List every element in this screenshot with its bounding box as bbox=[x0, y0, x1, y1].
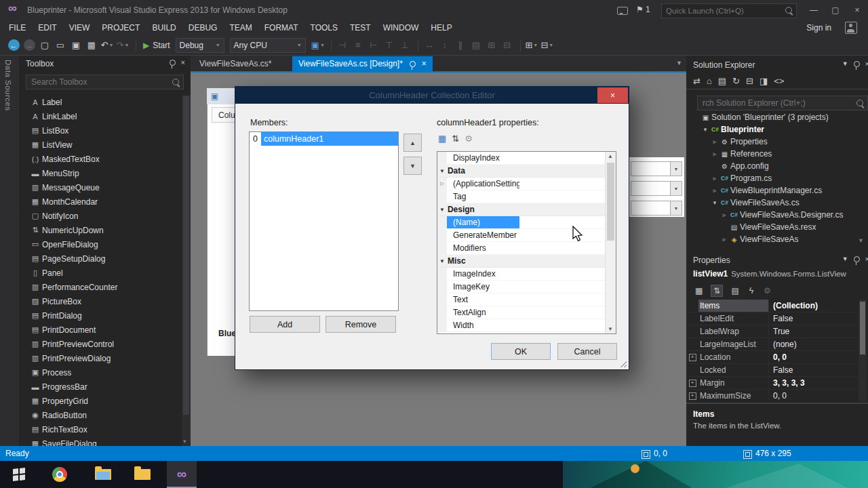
menu-item-window[interactable]: WINDOW bbox=[377, 20, 425, 35]
tree-closed-icon[interactable]: ▹ bbox=[720, 236, 728, 243]
navigate-back-icon[interactable]: ← bbox=[7, 38, 20, 53]
events-icon[interactable]: ϟ bbox=[747, 285, 755, 296]
property-value[interactable]: False bbox=[769, 312, 859, 325]
quick-launch-input[interactable] bbox=[665, 5, 781, 17]
property-row[interactable]: Text bbox=[437, 293, 606, 306]
toolbox-item[interactable]: ▦ListView bbox=[19, 138, 181, 152]
toolbox-item[interactable]: ▬MenuStrip bbox=[19, 166, 181, 180]
tree-item[interactable]: ▾C#ViewFileSaveAs.cs bbox=[686, 197, 868, 209]
property-row[interactable]: +MaximumSize0, 0 bbox=[686, 390, 859, 401]
menu-item-help[interactable]: HELP bbox=[425, 20, 458, 35]
property-name[interactable]: ImageIndex bbox=[447, 268, 519, 280]
solution-explorer-search[interactable] bbox=[697, 96, 868, 110]
toolbox-item[interactable]: ▤ListBox bbox=[19, 123, 181, 138]
property-value[interactable]: True bbox=[769, 325, 859, 338]
property-name[interactable]: Text bbox=[447, 293, 519, 306]
chevron-down-icon[interactable]: ▼ bbox=[670, 162, 682, 176]
navigate-forward-icon[interactable]: → bbox=[22, 38, 36, 53]
chrome-taskbar-button[interactable] bbox=[45, 461, 75, 488]
code-view-icon[interactable]: <> bbox=[774, 76, 784, 86]
toolbox-item[interactable]: ▭OpenFileDialog bbox=[19, 237, 181, 251]
member-name-selected[interactable]: columnHeader1 bbox=[261, 132, 398, 146]
tree-closed-icon[interactable]: ▹ bbox=[711, 150, 719, 157]
tree-item[interactable]: ▹C#Program.cs bbox=[686, 172, 868, 184]
data-sources-tab[interactable]: Data Sources bbox=[4, 60, 12, 111]
expand-slot[interactable]: + bbox=[686, 354, 698, 361]
open-file-icon[interactable]: ▭ bbox=[54, 38, 67, 53]
member-row[interactable]: 0 columnHeader1 bbox=[250, 132, 398, 146]
tree-item[interactable]: ▾C#Blueprinter bbox=[686, 123, 868, 136]
solution-search-input[interactable] bbox=[701, 96, 854, 110]
object-selector[interactable]: listView1 System.Windows.Forms.ListView … bbox=[686, 267, 868, 281]
toolbox-item[interactable]: ⇅NumericUpDown bbox=[19, 223, 181, 237]
quick-launch-box[interactable] bbox=[661, 3, 797, 18]
property-row[interactable]: LabelEditFalse bbox=[686, 312, 859, 325]
tree-item[interactable]: ▹C#ViewBlueprintManager.cs bbox=[686, 184, 868, 197]
sync-icon[interactable]: ⇄ bbox=[693, 76, 701, 86]
property-row[interactable]: +Margin3, 3, 3, 3 bbox=[686, 377, 859, 390]
property-name[interactable]: DisplayIndex bbox=[447, 152, 519, 164]
move-down-button[interactable]: ▼ bbox=[403, 157, 422, 175]
toolbox-item[interactable]: ALinkLabel bbox=[19, 109, 181, 123]
toolbox-item[interactable]: ▯Panel bbox=[19, 266, 181, 280]
tree-item[interactable]: ▹C#ViewFileSaveAs.Designer.cs bbox=[686, 209, 868, 221]
toolbox-item[interactable]: ▬ProgressBar bbox=[19, 380, 181, 394]
form-combobox[interactable]: ▼ bbox=[631, 181, 682, 196]
sign-in-link[interactable]: Sign in bbox=[806, 23, 831, 33]
menu-item-build[interactable]: BUILD bbox=[146, 20, 182, 35]
pin-icon[interactable] bbox=[170, 60, 176, 66]
toolbox-item[interactable]: ▤PrintDialog bbox=[19, 308, 181, 323]
chevron-down-icon[interactable]: ▼ bbox=[670, 201, 682, 215]
tab-code[interactable]: ViewFileSaveAs.cs* bbox=[193, 56, 278, 71]
toolbox-item[interactable]: ▦MonthCalendar bbox=[19, 195, 181, 209]
alphabetical-icon[interactable]: ⇅ bbox=[711, 285, 723, 297]
close-button[interactable]: × bbox=[846, 0, 868, 20]
scrollbar-thumb[interactable] bbox=[607, 163, 614, 241]
properties-header[interactable]: Properties ▼ × bbox=[686, 252, 868, 268]
show-all-files-icon[interactable]: ▤ bbox=[718, 76, 726, 86]
save-icon[interactable]: ▣ bbox=[69, 38, 83, 53]
toolbox-item[interactable]: ▥PerformanceCounter bbox=[19, 280, 181, 294]
collapse-all-icon[interactable]: ⊟ bbox=[746, 76, 753, 86]
property-name[interactable]: Modifiers bbox=[447, 242, 519, 254]
tree-closed-icon[interactable]: ▹ bbox=[711, 175, 719, 182]
feedback-chat-icon[interactable] bbox=[617, 7, 628, 15]
cancel-button[interactable]: Cancel bbox=[557, 343, 617, 360]
solution-explorer-header[interactable]: Solution Explorer ▼ × bbox=[686, 57, 868, 73]
toolbox-item[interactable]: ▤PrintDocument bbox=[19, 323, 181, 337]
scroll-down-icon[interactable]: ▼ bbox=[608, 326, 613, 332]
close-tab-icon[interactable]: × bbox=[422, 59, 427, 68]
property-row[interactable]: ▷(ApplicationSettings) bbox=[437, 178, 606, 190]
property-row[interactable]: ImageKey bbox=[437, 281, 606, 293]
tree-item[interactable]: ▹◈ViewFileSaveAs bbox=[686, 233, 868, 245]
property-name[interactable]: MaximumSize bbox=[698, 390, 769, 401]
toolbox-item[interactable]: ▥PrintPreviewDialog bbox=[19, 351, 181, 365]
undo-icon[interactable]: ↶▼ bbox=[100, 38, 114, 53]
property-value[interactable]: 0, 0 bbox=[769, 351, 859, 363]
menu-item-test[interactable]: TEST bbox=[344, 20, 377, 35]
property-value[interactable]: False bbox=[769, 364, 859, 376]
property-name[interactable]: ImageKey bbox=[447, 281, 519, 293]
category-row-design[interactable]: ▼Design bbox=[437, 203, 606, 216]
expand-plus-icon[interactable]: + bbox=[689, 380, 696, 387]
property-name[interactable]: Items bbox=[698, 300, 769, 312]
expand-slot[interactable]: + bbox=[686, 380, 698, 387]
property-row[interactable]: Width bbox=[437, 319, 606, 332]
menu-item-format[interactable]: FORMAT bbox=[258, 20, 304, 35]
designer-tool-icon[interactable]: ▣▼ bbox=[311, 38, 325, 53]
bring-to-front-icon[interactable]: ⊞▼ bbox=[525, 38, 538, 53]
preview-icon[interactable]: ◨ bbox=[760, 76, 768, 86]
property-row[interactable]: DisplayIndex bbox=[437, 152, 606, 165]
start-debugging-button[interactable]: ▶Start bbox=[143, 41, 170, 50]
property-name[interactable]: Locked bbox=[698, 364, 769, 376]
chevron-down-icon[interactable]: ▼ bbox=[670, 182, 682, 195]
scroll-down-icon[interactable]: ▼ bbox=[858, 237, 864, 244]
categorized-icon[interactable]: ▦ bbox=[438, 134, 446, 144]
property-value[interactable]: 3, 3, 3, 3 bbox=[769, 377, 859, 389]
folder-taskbar-button[interactable] bbox=[127, 461, 157, 488]
tree-item[interactable]: ▤ViewFileSaveAs.resx bbox=[686, 221, 868, 233]
toolbox-item[interactable]: ▨PictureBox bbox=[19, 294, 181, 308]
titlebar[interactable]: ∞ Blueprinter - Microsoft Visual Studio … bbox=[0, 0, 868, 20]
toolbox-item[interactable]: ALabel bbox=[19, 95, 181, 109]
property-name[interactable]: GenerateMember bbox=[447, 229, 519, 241]
